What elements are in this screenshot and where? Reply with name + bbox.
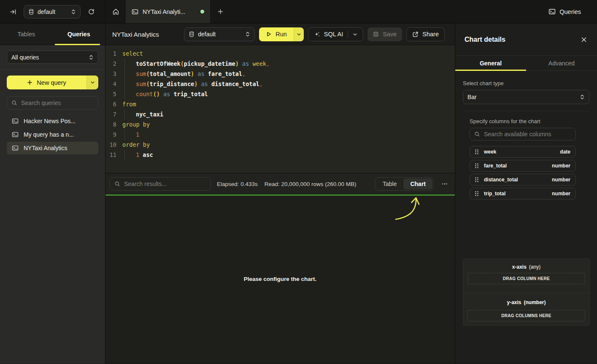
search-icon (474, 131, 480, 137)
query-list-item[interactable]: NYTaxi Analytics (7, 142, 98, 154)
results-search-input[interactable] (124, 181, 206, 187)
close-icon (581, 37, 587, 43)
chevron-updown-icon (89, 54, 94, 60)
collapse-sidebar-button[interactable] (8, 6, 19, 17)
x-axis-label: x-axis (512, 264, 527, 270)
sidebar-body: All queries New query (0, 45, 105, 160)
x-axis-drop-zone[interactable]: DRAG COLUMN HERE (467, 273, 585, 284)
sidebar-tab-queries[interactable]: Queries (53, 24, 105, 45)
new-query-dropdown-button[interactable] (86, 75, 98, 89)
column-name: week (484, 149, 496, 155)
top-bar: default NYTaxi Analyti... Que (0, 0, 597, 24)
x-axis-header: x-axis(any) (467, 264, 585, 270)
panel-tab-advanced[interactable]: Advanced (526, 56, 597, 70)
query-filter-select[interactable]: All queries (7, 51, 98, 64)
view-table-button[interactable]: Table (376, 178, 403, 189)
new-query-label: New query (37, 79, 66, 86)
run-button[interactable]: Run (259, 27, 294, 41)
line-number: 6 (105, 99, 116, 109)
panel-body: Select chart type Bar Specify columns fo… (455, 71, 597, 200)
code-text: select (116, 49, 143, 59)
drag-handle-icon (474, 191, 479, 197)
code-line: 7 nyc_taxi (105, 109, 455, 119)
panel-tab-general[interactable]: General (455, 56, 526, 70)
code-text: toStartOfWeek(pickup_datetime) as week, (116, 59, 270, 69)
line-number: 7 (105, 109, 116, 119)
columns-search[interactable] (470, 128, 576, 140)
columns-section: Specify columns for the chart week date … (463, 118, 589, 200)
query-list-item[interactable]: My query has a n... (7, 128, 98, 141)
tab-strip: NYTaxi Analyti... (105, 0, 230, 23)
new-query-button[interactable]: New query (7, 75, 86, 89)
tab-nytaxi-analytics[interactable]: NYTaxi Analyti... (126, 0, 210, 23)
query-list-item[interactable]: Hacker News Pos... (7, 115, 98, 127)
x-axis-section: x-axis(any) DRAG COLUMN HERE (463, 259, 589, 294)
drag-handle-icon (474, 177, 479, 183)
chevron-updown-icon (71, 9, 76, 15)
indent-guide (124, 129, 125, 140)
code-line: 2 toStartOfWeek(pickup_datetime) as week… (105, 59, 455, 69)
query-search-input[interactable] (21, 100, 94, 106)
view-chart-button[interactable]: Chart (403, 178, 432, 189)
columns-search-input[interactable] (484, 131, 571, 138)
main-area: NYTaxi Analytics default Run (105, 24, 455, 364)
share-button[interactable]: Share (406, 27, 445, 41)
code-line: 11 1 asc (105, 150, 455, 160)
sql-ai-button[interactable]: SQL AI (308, 27, 363, 41)
queries-button[interactable]: Queries (548, 8, 581, 15)
query-item-label: My query has a n... (24, 131, 74, 138)
sidebar-divider (0, 70, 105, 70)
code-text: group by (116, 119, 150, 129)
plus-icon (27, 80, 32, 85)
run-dropdown-button[interactable] (294, 27, 304, 41)
column-chip[interactable]: trip_total number (470, 188, 576, 200)
unsaved-changes-dot (200, 10, 204, 13)
column-chip[interactable]: distance_total number (470, 174, 576, 186)
results-more-menu-button[interactable] (440, 179, 450, 189)
rows-read-stat: Read: 20,000,000 rows (260.00 MB) (265, 181, 357, 187)
save-button[interactable]: Save (367, 27, 402, 41)
chart-placeholder-message: Please configure the chart. (105, 276, 455, 282)
close-panel-button[interactable] (581, 37, 587, 43)
results-toolbar: Elapsed: 0.433s Read: 20,000,000 rows (2… (105, 173, 455, 194)
chart-preview-area: Please configure the chart. (105, 196, 455, 364)
column-chip[interactable]: fare_total number (470, 160, 576, 172)
refresh-icon (88, 8, 95, 15)
y-axis-label: y-axis (507, 299, 521, 305)
share-icon (412, 31, 419, 38)
axes-config-box: x-axis(any) DRAG COLUMN HERE y-axis(numb… (463, 259, 590, 326)
column-type: number (552, 177, 570, 183)
new-query-split-button: New query (7, 75, 98, 89)
annotation-arrow (380, 196, 426, 226)
y-axis-header: y-axis(number) (467, 299, 585, 305)
search-icon (114, 181, 120, 187)
indent-guide (124, 79, 125, 89)
sidebar-tab-tables[interactable]: Tables (0, 24, 53, 45)
database-selector-value: default (38, 8, 68, 15)
results-search[interactable] (110, 177, 211, 191)
column-chip[interactable]: week date (470, 146, 576, 158)
new-tab-button[interactable] (210, 0, 230, 23)
column-type: number (552, 163, 570, 169)
sql-editor[interactable]: 1 select 2 toStartOfWeek(pickup_datetime… (105, 45, 455, 173)
y-axis-drop-zone[interactable]: DRAG COLUMNS HERE (467, 310, 585, 321)
line-number: 9 (105, 129, 116, 140)
ellipsis-icon (441, 181, 448, 187)
run-database-selector[interactable]: default (184, 27, 255, 41)
top-bar-right: Queries (548, 0, 597, 23)
home-button[interactable] (105, 0, 126, 23)
code-line: 10 order by (105, 140, 455, 150)
query-search[interactable] (7, 96, 98, 110)
results-view-toggle: Table Chart (375, 177, 434, 191)
refresh-button[interactable] (86, 6, 97, 17)
y-axis-type: (number) (524, 299, 546, 305)
terminal-icon (12, 145, 19, 151)
database-selector[interactable]: default (24, 5, 81, 19)
line-number: 8 (105, 119, 116, 129)
panel-title: Chart details (465, 36, 505, 43)
database-icon (189, 31, 194, 37)
chart-type-select[interactable]: Bar (463, 90, 589, 104)
column-name: fare_total (484, 163, 507, 169)
query-item-label: NYTaxi Analytics (24, 145, 67, 151)
terminal-icon (548, 8, 556, 15)
